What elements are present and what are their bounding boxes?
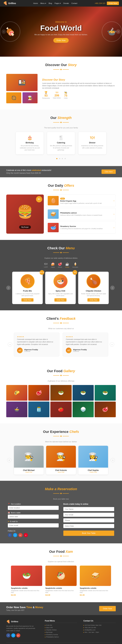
- dot-3[interactable]: [62, 158, 63, 159]
- nav-contact[interactable]: Contact: [71, 2, 77, 4]
- dot-4[interactable]: [64, 158, 66, 159]
- catering-title: Catering: [50, 142, 72, 144]
- nav-pages[interactable]: Pages ▾: [54, 2, 61, 4]
- nav-menu[interactable]: Menu ▾: [40, 2, 46, 4]
- dot-1[interactable]: [56, 158, 58, 159]
- reservation-submit-button[interactable]: Book Your Table: [63, 530, 114, 536]
- googleplus-icon[interactable]: g+: [18, 533, 22, 537]
- chef-2-role: Sous Chef: [48, 472, 74, 473]
- feedback-next-button[interactable]: ›: [110, 342, 114, 347]
- gallery-item-2[interactable]: 🥩: [28, 385, 50, 401]
- order-now-nav-button[interactable]: Order Now: [107, 2, 119, 5]
- story-small-image-2: 👩‍🍳: [22, 92, 38, 103]
- offer-arrow-2[interactable]: ›: [114, 213, 114, 215]
- gallery-item-3[interactable]: 🥗: [50, 385, 72, 401]
- gallery-item-10[interactable]: 🥩: [95, 402, 116, 417]
- hero-next-button[interactable]: ›: [116, 30, 120, 34]
- strength-sub: The best quality food for you and your f…: [6, 127, 116, 129]
- res-name-input[interactable]: [63, 507, 114, 511]
- order-banner-button[interactable]: Order Now: [99, 606, 116, 611]
- offer-item-3: 🥣 Strawberry Sunrise A refreshing blend …: [46, 222, 116, 234]
- chef-card-2: 👨‍🍳 Chef Antonio Sous Chef: [46, 446, 76, 474]
- offer-item-2-image: 🥪: [48, 210, 59, 219]
- menu-order-2-button[interactable]: Order Now: [54, 298, 66, 302]
- foodxam-sub: Explore our special food collection: [6, 560, 116, 562]
- gallery-item-7[interactable]: 🫙: [28, 402, 50, 417]
- foodxam-card-1: 🥗 Spaghdretto voluble Spaghdretto volubl…: [11, 566, 42, 596]
- menu-prev-button[interactable]: ‹: [6, 286, 11, 290]
- hero-order-button[interactable]: Order Now: [53, 38, 69, 43]
- foodxam-name-3: Spaghdretto voluble: [80, 587, 111, 589]
- strength-section: Our Strength The best quality food for y…: [0, 110, 122, 166]
- footer-col-contact: Contact Us 123 Food Street, New York +00…: [83, 620, 116, 638]
- menu-card-3: 🍗 Chipotle Chicken Tender chipotle chick…: [78, 272, 109, 304]
- nav-blog[interactable]: Blog: [49, 2, 52, 4]
- nav-phone: +001 234 123: [95, 2, 105, 4]
- dot-2[interactable]: [59, 158, 60, 159]
- menu-order-3-button[interactable]: Order Now: [88, 298, 99, 302]
- footer-menu-item-1[interactable]: Fruits Mix: [45, 624, 77, 626]
- menu-cat-lunch[interactable]: 🍽 Lunch: [44, 262, 48, 268]
- twitter-icon[interactable]: t: [13, 533, 17, 537]
- email-input[interactable]: [8, 523, 59, 528]
- gallery-item-9[interactable]: 🍚: [72, 402, 94, 417]
- banner-headline: Celebrate at one of life's most celebrat…: [6, 169, 51, 171]
- chefs-title: Our Experience Chefs: [6, 430, 116, 434]
- chefs-sub: Meet the talented team behind our dishes: [6, 441, 116, 442]
- menu-card-1-name: Fruits Mix: [15, 290, 40, 292]
- res-email-input[interactable]: [63, 513, 114, 517]
- footer-contact-email[interactable]: info@grillino.com: [83, 629, 116, 631]
- footer-googleplus-icon[interactable]: g+: [16, 633, 20, 638]
- gallery-item-5[interactable]: 🥗: [95, 385, 116, 401]
- footer-menu-item-3[interactable]: Chipotle Chicken: [45, 629, 77, 631]
- menu-card-3-image: 🍗: [86, 274, 100, 288]
- chefs-prev-button[interactable]: ‹: [7, 458, 12, 462]
- footer-social: f t g+: [6, 633, 39, 638]
- footer-facebook-icon[interactable]: f: [6, 633, 10, 638]
- gallery-item-6[interactable]: 🍲: [6, 402, 27, 417]
- nav-home[interactable]: Home: [33, 2, 38, 4]
- offer-item-1-name: Boiled Organic Egg: [60, 200, 112, 202]
- logo[interactable]: 🍕 Grillino: [3, 1, 16, 5]
- menu-order-1-button[interactable]: Order Now: [22, 298, 33, 302]
- footer-twitter-icon[interactable]: t: [11, 633, 15, 638]
- menu-card-1-desc: A delicious mix of fresh fruits prepared…: [15, 293, 40, 297]
- location-input[interactable]: [8, 506, 59, 510]
- table-input[interactable]: [8, 514, 59, 519]
- footer-menu-item-2[interactable]: Spicy Chili: [45, 627, 77, 628]
- foodxam-price-1: $12.99: [11, 594, 42, 596]
- menu-card-1-image: 🍕: [20, 274, 34, 288]
- hero-food-left: 🍖: [0, 6, 28, 57]
- menu-cat-drinks[interactable]: ☕ Drinks: [65, 262, 69, 268]
- footer-contact-address: 123 Food Street, New York: [83, 624, 116, 626]
- footer-contact-phone[interactable]: +001 234 123 456: [83, 627, 116, 628]
- offer-main-badge: Big Burger: [19, 225, 31, 229]
- menu-cat-dinner[interactable]: 🥩 Dinner: [58, 262, 62, 268]
- gallery-item-8[interactable]: 🍅: [50, 402, 72, 417]
- offer-arrow-1[interactable]: ›: [114, 200, 114, 202]
- strength-cards: 🎂 Birthday We provide the best birthday …: [6, 132, 116, 154]
- menu-cat-icecream[interactable]: 🍦 Icecream: [72, 262, 78, 268]
- banner-click-button[interactable]: Click Here: [102, 170, 116, 174]
- reservation-title: Make a Reservation: [6, 487, 116, 491]
- stat-chefs: 👨‍🍳 75 Chefs: [64, 91, 68, 99]
- footer-menu-item-4[interactable]: Big Burger: [45, 632, 77, 633]
- menu-cat-cakes[interactable]: 🍰 Cakes: [51, 262, 55, 268]
- birthday-desc: We provide the best birthday celebration…: [18, 145, 41, 151]
- res-date-input[interactable]: [63, 524, 114, 528]
- chefs-next-button[interactable]: ›: [110, 458, 115, 462]
- carousel-dots: [6, 157, 116, 160]
- res-phone-input[interactable]: [63, 518, 114, 522]
- menu-next-button[interactable]: ›: [110, 286, 115, 290]
- gallery-item-4[interactable]: 🥗: [72, 385, 94, 401]
- story-main-image: 🍱: [6, 74, 38, 91]
- gallery-item-1[interactable]: 🌮: [6, 385, 27, 401]
- footer-menu-item-5[interactable]: Strawberry Sunrise: [45, 634, 77, 636]
- pinterest-icon[interactable]: p: [24, 533, 28, 537]
- offer-arrow-3[interactable]: ›: [114, 226, 114, 229]
- nav-donate[interactable]: Donate: [63, 2, 69, 4]
- gallery-grid: 🌮 🥩 🥗 🥗 🥗 🍲 🫙 🍅 🍚 🥩: [6, 385, 116, 417]
- facebook-icon[interactable]: f: [8, 533, 12, 537]
- footer-menu-item-6[interactable]: Philadelphia Salmon: [45, 636, 77, 638]
- feedback-prev-button[interactable]: ‹: [8, 342, 12, 347]
